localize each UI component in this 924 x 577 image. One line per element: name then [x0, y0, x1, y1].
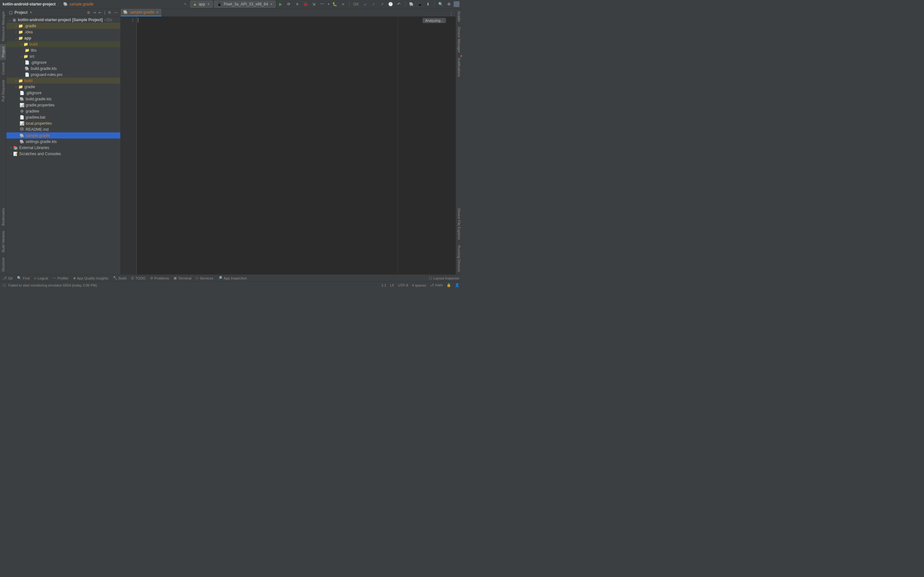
bottom-app-quality[interactable]: ◈ App Quality Insights: [73, 276, 108, 280]
expand-icon[interactable]: ›: [14, 79, 18, 82]
sidebar-tab-gradle[interactable]: Gradle: [456, 9, 462, 24]
git-revert-icon[interactable]: ↶: [395, 1, 402, 8]
status-indent[interactable]: 4 spaces: [412, 284, 426, 287]
expand-icon[interactable]: ⌄: [8, 18, 11, 21]
tree-row[interactable]: 📁 libs: [6, 47, 120, 53]
process-icon[interactable]: 👤: [455, 283, 459, 287]
tree-row[interactable]: ⚙ gradlew: [6, 108, 120, 114]
sidebar-tab-structure[interactable]: Structure: [0, 255, 6, 274]
bottom-profiler[interactable]: 〰 Profiler: [53, 276, 69, 280]
status-line-separator[interactable]: LF: [390, 284, 394, 287]
apply-changes-icon[interactable]: ⟳: [285, 1, 292, 8]
run-button[interactable]: ▶: [277, 1, 284, 8]
expand-icon[interactable]: ›: [19, 55, 23, 58]
breadcrumb-file[interactable]: sample.gradle: [69, 2, 94, 6]
bottom-logcat[interactable]: ≡ Logcat: [34, 276, 48, 280]
tool-window-icon[interactable]: ▢: [3, 283, 6, 287]
sidebar-tab-notifications[interactable]: Notifications: [456, 55, 462, 79]
stop-button[interactable]: ■: [339, 1, 347, 8]
sidebar-tab-build-variants[interactable]: Build Variants: [0, 228, 6, 255]
breadcrumb-project[interactable]: kotlin-android-starter-project: [3, 2, 55, 6]
tree-row[interactable]: › 📁 build: [6, 77, 120, 84]
expand-icon[interactable]: ›: [14, 85, 18, 89]
sidebar-tab-commit[interactable]: Commit: [0, 60, 6, 77]
coverage-icon[interactable]: ⇲: [310, 1, 317, 8]
avd-manager-icon[interactable]: 📱: [416, 1, 423, 8]
sdk-manager-icon[interactable]: ⬇: [425, 1, 431, 8]
tree-row-root[interactable]: ⌄ ▣ kotlin-android-starter-project [Samp…: [6, 17, 120, 23]
hide-icon[interactable]: —: [114, 10, 118, 15]
tree-row[interactable]: › 📁 .idea: [6, 29, 120, 35]
bottom-layout-inspector[interactable]: ▢ Layout Inspector: [429, 276, 459, 280]
chevron-down-icon[interactable]: ▼: [29, 11, 32, 14]
debug-button[interactable]: 🐞: [302, 1, 309, 8]
attach-debugger-icon[interactable]: 🐛: [331, 1, 338, 8]
expand-all-icon[interactable]: ⇥: [93, 10, 96, 15]
tree-row[interactable]: 🐘 build.gradle.kts: [6, 96, 120, 102]
sidebar-tab-device-manager[interactable]: Device Manager: [456, 24, 462, 55]
status-position[interactable]: 1:1: [381, 284, 386, 287]
breadcrumb[interactable]: kotlin-android-starter-project 〉 🐘 sampl…: [3, 2, 94, 7]
editor-tab[interactable]: 🐘 sample.gradle ✕: [121, 9, 162, 16]
close-icon[interactable]: ✕: [156, 10, 159, 15]
bottom-services[interactable]: ▷ Services: [196, 276, 213, 280]
tree-row[interactable]: 📄 proguard-rules.pro: [6, 71, 120, 77]
chevron-down-icon[interactable]: ▼: [327, 3, 330, 6]
tree-row[interactable]: › 📚 External Libraries: [6, 145, 120, 151]
tree-row[interactable]: › 📝 Scratches and Consoles: [6, 151, 120, 157]
device-dropdown[interactable]: 📱 Pixel_3a_API_33_x86_64 ▼: [214, 1, 276, 8]
status-branch[interactable]: ⎇ main: [430, 283, 443, 287]
expand-icon[interactable]: ›: [9, 146, 13, 149]
tree-row[interactable]: 📄 gradlew.bat: [6, 114, 120, 120]
sidebar-tab-device-file-explorer[interactable]: Device File Explorer: [456, 206, 462, 242]
apply-code-icon[interactable]: ≡: [294, 1, 300, 8]
back-arrow-icon[interactable]: ↖: [182, 1, 189, 8]
gear-icon[interactable]: ⚙: [108, 10, 111, 15]
bottom-app-inspection[interactable]: 🔎 App Inspection: [218, 276, 247, 280]
sidebar-tab-bookmarks[interactable]: Bookmarks: [0, 205, 6, 228]
tree-row[interactable]: Ⓜ README.md: [6, 126, 120, 132]
expand-icon[interactable]: ›: [14, 24, 18, 27]
project-tree[interactable]: ⌄ ▣ kotlin-android-starter-project [Samp…: [6, 17, 120, 274]
tree-row[interactable]: ⌄ 📁 app: [6, 35, 120, 41]
search-icon[interactable]: 🔍: [437, 1, 444, 8]
tree-row[interactable]: › 📁 gradle: [6, 84, 120, 90]
select-opened-icon[interactable]: ⊕: [87, 10, 90, 15]
git-history-icon[interactable]: 🕐: [387, 1, 394, 8]
bottom-problems[interactable]: ⊘ Problems: [150, 276, 169, 280]
git-pull-icon[interactable]: ↙: [362, 1, 369, 8]
bottom-git[interactable]: ⎇ Git: [3, 276, 13, 280]
git-push-icon[interactable]: ↗: [379, 1, 386, 8]
run-config-dropdown[interactable]: ▲ app ▼: [190, 1, 213, 8]
lock-icon[interactable]: 🔒: [447, 283, 451, 287]
settings-icon[interactable]: ⚙: [445, 1, 452, 8]
sidebar-tab-resource-manager[interactable]: Resource Manager: [0, 9, 6, 44]
bottom-todo[interactable]: ☱ TODO: [131, 276, 145, 280]
tree-row[interactable]: › 📁 src: [6, 53, 120, 59]
tree-row[interactable]: 🐘 build.gradle.kts: [6, 65, 120, 71]
status-message[interactable]: Failed to start monitoring emulator-5554…: [8, 284, 97, 287]
bottom-build[interactable]: 🔨 Build: [113, 276, 126, 280]
tree-row[interactable]: 🐘 settings.gradle.kts: [6, 139, 120, 145]
tree-row[interactable]: › 📁 build: [6, 41, 120, 47]
sidebar-tab-pull-requests[interactable]: Pull Requests: [0, 77, 6, 104]
editor-content[interactable]: 1 Analyzing...: [121, 17, 456, 274]
expand-icon[interactable]: ›: [14, 30, 18, 34]
gutter[interactable]: 1: [121, 17, 137, 274]
tree-row[interactable]: › 📁 .gradle: [6, 23, 120, 29]
expand-icon[interactable]: ›: [19, 42, 23, 46]
sidebar-tab-running-devices[interactable]: Running Devices: [456, 243, 462, 274]
sync-icon[interactable]: 🐘: [408, 1, 415, 8]
tree-row-selected[interactable]: 🐘 sample.gradle: [6, 132, 120, 139]
git-commit-icon[interactable]: ✓: [370, 1, 377, 8]
tree-row[interactable]: 📄 .gitignore: [6, 59, 120, 65]
panel-title[interactable]: Project: [15, 10, 27, 15]
collapse-all-icon[interactable]: ⇤: [99, 10, 102, 15]
tree-row[interactable]: 📊 gradle.properties: [6, 102, 120, 108]
code-area[interactable]: Analyzing...: [137, 17, 456, 274]
tree-row[interactable]: 📄 .gitignore: [6, 90, 120, 96]
expand-icon[interactable]: ›: [9, 152, 13, 155]
tree-row[interactable]: 📊 local.properties: [6, 120, 120, 126]
bottom-terminal[interactable]: ▣ Terminal: [174, 276, 192, 280]
sidebar-tab-project[interactable]: Project: [0, 44, 6, 60]
